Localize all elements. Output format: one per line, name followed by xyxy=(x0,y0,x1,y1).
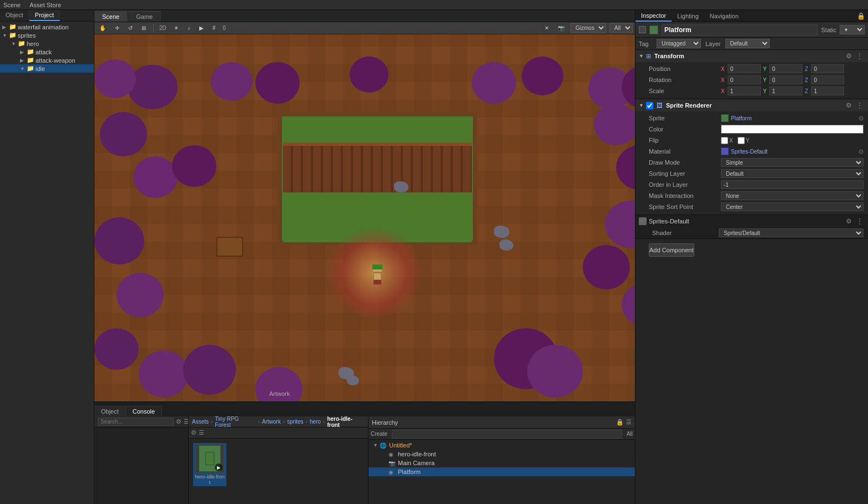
tab-scene-view[interactable]: Scene xyxy=(94,11,128,22)
hierarchy-search[interactable] xyxy=(392,430,622,439)
pos-x-input[interactable] xyxy=(728,64,761,73)
rot-y-input[interactable] xyxy=(769,75,803,84)
rot-x-input[interactable] xyxy=(728,75,761,84)
transform-settings-btn[interactable]: ⚙ xyxy=(844,52,854,60)
toolbar-scale[interactable]: ⊞ xyxy=(139,24,149,32)
breadcrumb-sprites[interactable]: sprites xyxy=(287,419,303,425)
create-btn[interactable]: Create xyxy=(371,431,387,437)
sprite-select-btn[interactable]: ⊙ xyxy=(859,115,864,122)
toolbar-hand[interactable]: ✋ xyxy=(97,24,109,32)
tree-item-attack[interactable]: ▶ 📁 attack xyxy=(0,48,94,56)
flip-x-label: X xyxy=(721,137,733,144)
sprite-sort-dropdown[interactable]: Center xyxy=(721,202,864,211)
tree-item-waterfail[interactable]: ▶ 📁 waterfail animation xyxy=(0,23,94,31)
tree-top-12 xyxy=(527,345,583,398)
tab-game-view[interactable]: Game xyxy=(128,11,161,22)
gizmos-dropdown[interactable]: Gizmos xyxy=(571,23,606,33)
pos-y-input[interactable] xyxy=(769,64,803,73)
obj-name-input[interactable] xyxy=(662,24,817,35)
obj-active-checkbox[interactable] xyxy=(639,26,646,33)
breadcrumb-artwork[interactable]: Artwork xyxy=(262,419,281,425)
play-btn[interactable]: ▶ xyxy=(215,464,223,471)
inspector-lock-btn[interactable]: 🔒 xyxy=(856,12,866,20)
toolbar-light[interactable]: ☀ xyxy=(171,24,181,32)
main-layout: Object Project ▶ 📁 waterfail animation ▼… xyxy=(0,10,868,504)
sub-settings-btn[interactable]: ⚙ xyxy=(844,217,854,225)
breadcrumb-assets[interactable]: Assets xyxy=(192,419,209,425)
asset-toolbar-btn-1[interactable]: ⚙ xyxy=(191,429,196,436)
sub-more-btn[interactable]: ⋮ xyxy=(855,217,865,225)
sr-settings-btn[interactable]: ⚙ xyxy=(844,101,854,109)
sprite-renderer-header[interactable]: ▼ 🖼 Sprite Renderer ⚙ ⋮ xyxy=(635,99,868,111)
toolbar-audio[interactable]: ♪ xyxy=(185,24,193,32)
draw-mode-dropdown[interactable]: Simple xyxy=(721,158,864,167)
hierarchy-menu-btn[interactable]: ☰ xyxy=(626,419,632,426)
tree-item-hero[interactable]: ▼ 📁 hero xyxy=(0,39,94,48)
obj-static-dropdown[interactable]: ▾ xyxy=(840,25,865,34)
sprites-default-header[interactable]: Sprites-Default ⚙ ⋮ xyxy=(635,215,868,227)
toolbar-move[interactable]: ✛ xyxy=(112,24,122,32)
scale-y-input[interactable] xyxy=(769,86,803,95)
breadcrumb-tiny[interactable]: Tiny RPG Forest xyxy=(215,416,255,428)
tab-lighting[interactable]: Lighting xyxy=(672,11,704,21)
sr-enabled-checkbox[interactable] xyxy=(646,102,653,109)
tree-item-sprites[interactable]: ▼ 📁 sprites xyxy=(0,31,94,39)
tree-top-13 xyxy=(583,245,630,289)
sr-more-btn[interactable]: ⋮ xyxy=(855,101,865,109)
transform-more-btn[interactable]: ⋮ xyxy=(855,52,865,60)
asset-tree-btn-1[interactable]: ⚙ xyxy=(176,418,181,425)
tab-object[interactable]: Object xyxy=(0,10,29,21)
scale-x-input[interactable] xyxy=(728,86,761,95)
tree-3 xyxy=(100,112,147,156)
flip-y-checkbox[interactable] xyxy=(738,137,745,144)
hierarchy-item-camera[interactable]: 📷 Main Camera xyxy=(369,459,635,467)
hierarchy-item-platform[interactable]: ◉ Platform xyxy=(369,467,635,476)
all-btn[interactable]: All xyxy=(627,431,633,437)
tab-inspector[interactable]: Inspector xyxy=(635,11,672,22)
tab-navigation[interactable]: Navigation xyxy=(704,11,744,21)
hierarchy-item-untitled[interactable]: ▼ 🌐 Untitled* xyxy=(369,441,635,450)
scale-z-input[interactable] xyxy=(811,86,844,95)
hierarchy-lock-btn[interactable]: 🔒 xyxy=(616,419,624,426)
toolbar-camera[interactable]: 📷 xyxy=(555,24,567,32)
tab-scene[interactable]: Scene xyxy=(3,2,21,8)
transform-header[interactable]: ▼ ⊞ Transform ⚙ ⋮ xyxy=(635,50,868,62)
toolbar-rotate[interactable]: ↺ xyxy=(125,24,135,32)
tab-object-bottom[interactable]: Object xyxy=(94,406,126,416)
order-layer-input[interactable] xyxy=(721,180,864,189)
asset-item-hero-idle[interactable]: ▶ hero-idle-front xyxy=(193,443,226,486)
hierarchy-item-hero[interactable]: ◉ hero-idle-front xyxy=(369,450,635,459)
toolbar-close[interactable]: ✕ xyxy=(542,24,552,32)
sr-icon: 🖼 xyxy=(657,102,663,109)
tab-console[interactable]: Console xyxy=(126,406,162,416)
flip-x-checkbox[interactable] xyxy=(721,137,728,144)
toolbar-anim[interactable]: ▶ xyxy=(196,24,206,32)
add-component-btn[interactable]: Add Component xyxy=(649,243,694,257)
all-dropdown[interactable]: All xyxy=(609,23,633,33)
flip-y-text: Y xyxy=(746,138,750,144)
shader-dropdown[interactable]: Sprites/Default xyxy=(719,228,864,237)
mask-interaction-row: Mask Interaction None xyxy=(635,190,868,201)
tab-project[interactable]: Project xyxy=(29,10,60,21)
breadcrumb-hero[interactable]: hero xyxy=(310,419,321,425)
y-axis-label-rot: Y xyxy=(763,77,767,83)
sprite-sort-label: Sprite Sort Point xyxy=(649,203,721,210)
rot-z-input[interactable] xyxy=(811,75,844,84)
flip-x-text: X xyxy=(729,138,733,144)
layer-dropdown[interactable]: Default xyxy=(725,39,770,48)
left-panel: Object Project ▶ 📁 waterfail animation ▼… xyxy=(0,10,94,504)
toolbar-stats[interactable]: # xyxy=(210,24,219,32)
material-select-btn[interactable]: ⊙ xyxy=(859,148,864,155)
tag-dropdown[interactable]: Untagged xyxy=(657,39,701,48)
asset-toolbar-btn-2[interactable]: ☰ xyxy=(199,429,204,436)
tab-asset-store[interactable]: Asset Store xyxy=(29,2,61,8)
tree-item-attack-weapon[interactable]: ▶ 📁 attack-weapon xyxy=(0,56,94,64)
sorting-layer-dropdown[interactable]: Default xyxy=(721,169,864,178)
pos-z-input[interactable] xyxy=(811,64,844,73)
asset-tree-panel: ⚙ ☰ xyxy=(94,416,189,504)
asset-tree-search[interactable] xyxy=(98,418,174,426)
tree-item-idle[interactable]: ▼ 📁 idle xyxy=(0,64,94,73)
color-swatch[interactable] xyxy=(721,125,864,134)
asset-tree-btn-2[interactable]: ☰ xyxy=(184,418,189,425)
mask-interaction-dropdown[interactable]: None xyxy=(721,191,864,200)
